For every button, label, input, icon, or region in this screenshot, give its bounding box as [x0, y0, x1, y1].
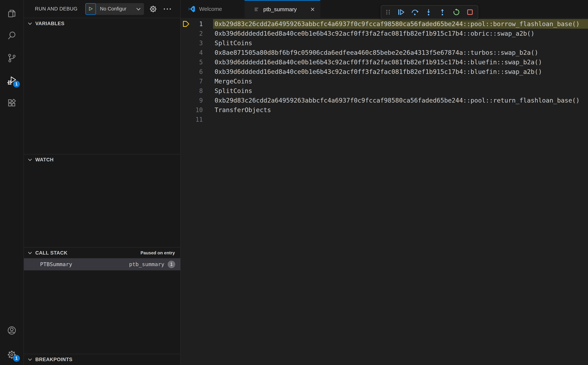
code-line[interactable]: 8 SplitCoins	[181, 86, 588, 96]
search-icon	[7, 30, 17, 41]
vscode-window: 1	[0, 0, 588, 365]
step-out-button[interactable]	[438, 8, 446, 16]
chevron-down-icon	[28, 158, 32, 161]
sidebar-item-run-and-debug[interactable]: 1	[6, 75, 17, 86]
debug-config-dropdown[interactable]: No Configur	[85, 3, 144, 15]
account-icon	[7, 325, 17, 336]
code-line[interactable]: 10 TransferObjects	[181, 105, 588, 115]
line-number: 2	[192, 30, 203, 37]
debug-stackframe-icon	[182, 20, 191, 28]
tab-welcome[interactable]: Welcome	[181, 0, 245, 18]
chevron-down-icon	[28, 358, 32, 361]
code-line[interactable]: 7 MergeCoins	[181, 77, 588, 86]
step-into-icon	[425, 8, 433, 16]
variables-section-header[interactable]: VARIABLES	[24, 18, 180, 29]
line-number: 8	[192, 87, 203, 94]
code-line[interactable]: 6 0xb39d6dddedd16ed8a40ce0b1e6b43c92acf0…	[181, 67, 588, 77]
editor-area: Welcome ptb_summary	[181, 0, 588, 365]
line-number: 10	[192, 106, 203, 114]
line-text: 0xb29d83c26cdd2a64959263abbcfc4a6937f0c9…	[213, 96, 588, 105]
call-stack-section: CALL STACK Paused on entry PTBSummary pt…	[24, 247, 180, 354]
code-line[interactable]: 9 0xb29d83c26cdd2a64959263abbcfc4a6937f0…	[181, 96, 588, 105]
chevron-down-icon	[28, 22, 32, 25]
sidebar-title: RUN AND DEBUG	[35, 6, 78, 12]
watch-section-header[interactable]: WATCH	[24, 154, 180, 165]
step-into-button[interactable]	[424, 8, 433, 16]
gutter[interactable]	[181, 116, 192, 123]
frame-line-badge: 1	[168, 261, 175, 268]
step-out-icon	[438, 8, 446, 16]
code-line[interactable]: 3 SplitCoins	[181, 38, 588, 48]
line-number: 11	[192, 116, 203, 123]
code-line[interactable]: 1 0xb29d83c26cdd2a64959263abbcfc4a6937f0…	[181, 19, 588, 29]
accounts-button[interactable]	[6, 325, 17, 336]
line-text: 0xb39d6dddedd16ed8a40ce0b1e6b43c92acf0ff…	[213, 29, 588, 38]
gutter[interactable]	[181, 68, 192, 76]
call-stack-section-header[interactable]: CALL STACK Paused on entry	[24, 248, 180, 258]
debug-settings-gear-icon[interactable]	[149, 5, 158, 14]
run-and-debug-sidebar: RUN AND DEBUG No Configur	[24, 0, 181, 365]
gripper-icon	[385, 8, 391, 16]
frame-name: PTBSummary	[40, 261, 72, 267]
more-actions-icon[interactable]	[163, 7, 171, 11]
close-icon[interactable]	[310, 7, 316, 12]
toolbar-drag-handle[interactable]	[385, 8, 391, 16]
watch-title: WATCH	[35, 157, 54, 163]
line-text: 0xb29d83c26cdd2a64959263abbcfc4a6937f0c9…	[213, 19, 588, 29]
step-over-button[interactable]	[411, 8, 419, 16]
step-over-icon	[411, 8, 419, 16]
gutter[interactable]	[181, 39, 192, 47]
settings-badge: 1	[13, 355, 20, 362]
line-text: 0xb39d6dddedd16ed8a40ce0b1e6b43c92acf0ff…	[213, 67, 588, 77]
code-line[interactable]: 11	[181, 115, 588, 124]
gutter[interactable]	[181, 77, 192, 85]
tab-ptb-summary[interactable]: ptb_summary	[245, 0, 320, 18]
line-text: SplitCoins	[213, 86, 588, 96]
gutter[interactable]	[181, 106, 192, 114]
line-number: 9	[192, 97, 203, 104]
manage-settings-button[interactable]: 1	[6, 349, 17, 360]
code-line[interactable]: 5 0xb39d6dddedd16ed8a40ce0b1e6b43c92acf0…	[181, 57, 588, 67]
line-number: 6	[192, 68, 203, 75]
gutter[interactable]	[181, 87, 192, 95]
debug-config-label: No Configur	[96, 6, 136, 12]
start-debugging-button[interactable]	[85, 3, 96, 15]
gutter[interactable]	[181, 20, 192, 28]
source-control-icon	[7, 53, 17, 63]
line-number: 7	[192, 78, 203, 85]
gutter[interactable]	[181, 97, 192, 104]
vscode-logo-icon	[188, 5, 195, 13]
line-number: 5	[192, 59, 203, 66]
gutter[interactable]	[181, 58, 192, 66]
code-line[interactable]: 2 0xb39d6dddedd16ed8a40ce0b1e6b43c92acf0…	[181, 29, 588, 38]
sidebar-item-source-control[interactable]	[6, 53, 17, 63]
sidebar-item-extensions[interactable]	[6, 98, 17, 108]
line-text: MergeCoins	[213, 77, 588, 86]
line-number: 3	[192, 40, 203, 47]
sidebar-item-search[interactable]	[6, 30, 17, 41]
sidebar-item-explorer[interactable]	[6, 8, 17, 19]
list-file-icon	[253, 6, 260, 13]
frame-source: ptb_summary	[129, 261, 164, 267]
variables-section: VARIABLES	[24, 18, 180, 154]
breakpoints-section-header[interactable]: BREAKPOINTS	[24, 354, 180, 365]
continue-button[interactable]	[397, 8, 405, 16]
chevron-down-icon	[136, 7, 141, 11]
sidebar-header: RUN AND DEBUG No Configur	[24, 0, 180, 18]
line-text: SplitCoins	[213, 38, 588, 48]
stop-button[interactable]	[466, 8, 474, 16]
chevron-down-icon	[28, 251, 32, 254]
activity-bar: 1	[0, 0, 24, 365]
gutter[interactable]	[181, 30, 192, 37]
call-stack-title: CALL STACK	[35, 250, 67, 256]
code-editor[interactable]: 1 0xb29d83c26cdd2a64959263abbcfc4a6937f0…	[181, 18, 588, 365]
extensions-icon	[7, 98, 17, 108]
breakpoints-section: BREAKPOINTS	[24, 354, 180, 365]
call-stack-frame[interactable]: PTBSummary ptb_summary 1	[24, 258, 180, 270]
tab-ptb-summary-label: ptb_summary	[263, 6, 297, 13]
gutter[interactable]	[181, 49, 192, 56]
tab-welcome-label: Welcome	[199, 6, 222, 12]
restart-button[interactable]	[452, 8, 460, 16]
code-line[interactable]: 4 0x8ae871505a80d8bf6bf9c05906cda6edfeea…	[181, 48, 588, 57]
play-icon	[88, 6, 93, 12]
